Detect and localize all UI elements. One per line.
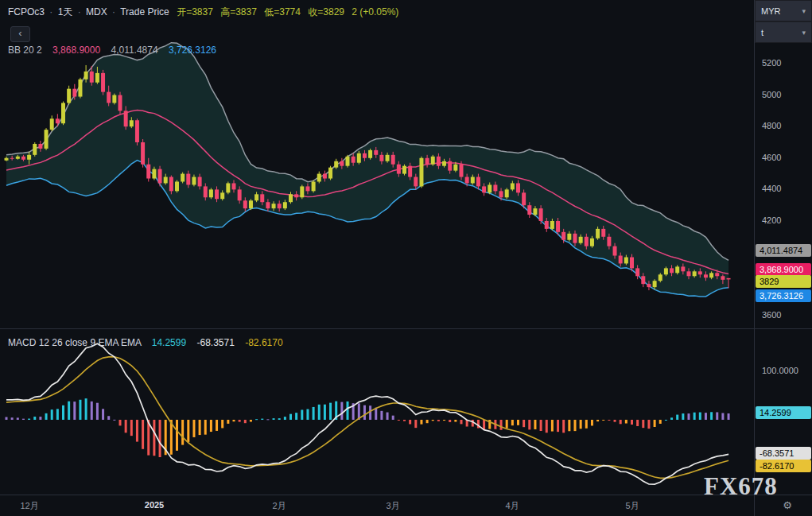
separator-dot: ·: [49, 6, 52, 17]
open-value: 开=3837: [177, 6, 213, 17]
separator-dot: ·: [112, 6, 115, 17]
time-axis-label: 5月: [625, 500, 639, 512]
unit-dropdown[interactable]: t ▾: [755, 21, 812, 43]
bb-mid-price-badge: 3,868.9000: [756, 263, 811, 276]
settings-gear-icon[interactable]: ⚙: [783, 499, 792, 511]
macd-pane[interactable]: [0, 330, 754, 495]
chevron-down-icon: ▾: [802, 29, 806, 37]
price-tick-label: 5000: [762, 90, 781, 99]
bb-lower-value: 3,726.3126: [169, 45, 216, 56]
symbol-name[interactable]: FCPOc3: [8, 6, 45, 17]
macd-signal-value: -82.6170: [245, 337, 282, 348]
macd-line-badge: -68.3571: [756, 447, 811, 460]
unit-value: t: [761, 28, 763, 37]
time-axis-label: 12月: [20, 500, 38, 512]
price-tick-label: 4400: [762, 184, 781, 193]
currency-dropdown[interactable]: MYR ▾: [755, 0, 812, 21]
bb-indicator-title: BB 20 2: [8, 45, 42, 56]
bb-upper-value: 4,011.4874: [111, 45, 157, 56]
price-tick-label: 4800: [762, 121, 781, 130]
macd-hist-badge: 14.2599: [756, 406, 811, 419]
chevron-down-icon: ▾: [802, 7, 806, 15]
separator-dot: ·: [78, 6, 81, 17]
last-price-badge: 3829: [756, 275, 811, 288]
high-value: 高=3837: [220, 6, 257, 17]
bb-lower-price-badge: 3,726.3126: [756, 289, 811, 302]
trading-chart-window: FCPOc3 · 1天 · MDX · Trade Price 开=3837 高…: [0, 0, 812, 516]
price-type-label: Trade Price: [120, 6, 169, 17]
currency-value: MYR: [761, 6, 780, 16]
time-axis-label: 2月: [272, 500, 286, 512]
bb-mid-value: 3,868.9000: [52, 45, 100, 56]
bb-upper-price-badge: 4,011.4874: [756, 244, 811, 257]
price-tick-label: 5200: [762, 58, 781, 68]
price-axis[interactable]: 4,011.4874 3,868.9000 3829 3,726.3126 14…: [755, 0, 812, 516]
time-axis-label: 3月: [386, 500, 399, 512]
macd-line-value: -68.3571: [196, 337, 234, 348]
interval-label[interactable]: 1天: [58, 6, 73, 17]
exchange-label: MDX: [86, 6, 107, 17]
macd-legend[interactable]: MACD 12 26 close 9 EMA EMA 14.2599 -68.3…: [8, 337, 283, 348]
time-axis-label: 2025: [145, 500, 164, 510]
bb-legend[interactable]: BB 20 2 3,868.9000 4,011.4874 3,726.3126: [8, 45, 216, 56]
low-value: 低=3774: [264, 6, 301, 17]
pane-separator[interactable]: [0, 328, 812, 329]
macd-indicator-title: MACD 12 26 close 9 EMA EMA: [8, 337, 141, 348]
back-button[interactable]: ‹: [10, 26, 30, 42]
price-tick-label: 4600: [762, 153, 781, 162]
macd-hist-value: 14.2599: [152, 337, 186, 348]
symbol-legend: FCPOc3 · 1天 · MDX · Trade Price 开=3837 高…: [8, 6, 398, 19]
time-axis[interactable]: 12月20252月3月4月5月: [0, 495, 812, 516]
price-tick-label: 4200: [762, 215, 781, 225]
fx678-watermark: FX678: [704, 472, 778, 501]
close-value: 收=3829: [308, 6, 344, 17]
macd-tick-label: 100.0000: [762, 366, 798, 375]
change-value: 2 (+0.05%): [352, 6, 398, 17]
macd-signal-badge: -82.6170: [756, 460, 811, 472]
time-axis-label: 4月: [505, 500, 519, 512]
price-tick-label: 3600: [762, 310, 781, 320]
